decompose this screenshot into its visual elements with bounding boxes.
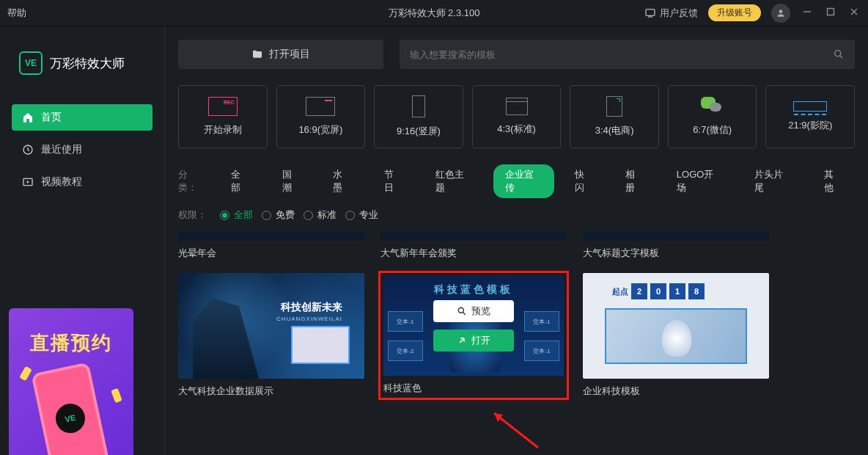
promo-badge: VE — [53, 401, 87, 435]
sidebar-item-label: 首页 — [41, 111, 62, 124]
category-chip[interactable]: 水墨 — [321, 164, 364, 198]
template-grid: 光晕年会 大气新年年会颁奖 大气标题文字模板 科技创新未来 CHUANGXINW… — [178, 232, 855, 398]
thumb-text: 科技创新未来 — [281, 301, 342, 314]
annotation-arrow — [487, 407, 545, 451]
logo-badge: VE — [19, 51, 43, 75]
thumb-subtext: CHUANGXINWEILAI — [276, 316, 342, 322]
template-card[interactable]: 大气标题文字模板 — [583, 232, 769, 260]
open-project-label: 打开项目 — [269, 48, 310, 61]
permission-radio[interactable]: 免费 — [262, 208, 295, 222]
thumb-digit: 起点 — [612, 283, 628, 299]
thumb-digit: 0 — [650, 283, 666, 299]
format-label: 3:4(电商) — [595, 124, 634, 137]
template-card[interactable]: 光晕年会 — [178, 232, 364, 260]
category-chip[interactable]: 国潮 — [271, 164, 313, 198]
template-card-selected[interactable]: 科技蓝色模板 交本-1 交本-1 交本-2 交本-1 预览 — [380, 273, 567, 398]
sidebar-item-tutorial[interactable]: 视频教程 — [12, 169, 152, 195]
home-icon — [22, 112, 34, 123]
format-list: 开始录制 16:9(宽屏) 9:16(竖屏) 4:3(标准) 3:4(电商) 6… — [178, 85, 855, 148]
category-chip[interactable]: 快闪 — [563, 164, 606, 198]
format-4-3[interactable]: 4:3(标准) — [472, 85, 562, 148]
permission-label: 权限： — [178, 208, 207, 222]
svg-point-1 — [779, 10, 783, 13]
main-content: 打开项目 开始录制 16:9(宽屏) 9:16(竖屏) 4:3(标准) 3:4(… — [164, 26, 868, 455]
svg-marker-13 — [494, 413, 503, 422]
format-record[interactable]: 开始录制 — [178, 85, 268, 148]
category-chip[interactable]: 节日 — [372, 164, 415, 198]
template-title: 光晕年会 — [178, 247, 364, 260]
open-label: 打开 — [471, 334, 490, 347]
svg-point-8 — [835, 51, 841, 57]
preview-label: 预览 — [471, 305, 490, 318]
promo-text: 直播预约 — [9, 330, 133, 356]
format-label: 9:16(竖屏) — [397, 125, 441, 138]
svg-rect-3 — [828, 9, 834, 15]
format-label: 4:3(标准) — [497, 123, 536, 136]
permission-radio[interactable]: 专业 — [345, 208, 378, 222]
thumb-digit: 8 — [688, 283, 705, 299]
template-title: 企业科技模板 — [583, 385, 769, 398]
app-logo: VE 万彩特效大师 — [19, 51, 152, 75]
template-title: 科技蓝色 — [383, 382, 564, 395]
user-icon — [776, 8, 786, 18]
template-title: 大气科技企业数据展示 — [178, 385, 364, 398]
feedback-label: 用户反馈 — [660, 7, 698, 20]
thumb-digit: 1 — [669, 283, 685, 299]
open-template-button[interactable]: 打开 — [433, 330, 514, 352]
upgrade-button[interactable]: 升级账号 — [708, 4, 761, 21]
sidebar: VE 万彩特效大师 首页 最近使用 视频教程 直播预约 VE — [0, 26, 164, 455]
template-card[interactable]: 起点 2 0 1 8 企业科技模板 — [583, 273, 769, 398]
svg-rect-0 — [646, 9, 655, 15]
svg-point-10 — [458, 307, 463, 313]
format-9-16[interactable]: 9:16(竖屏) — [374, 85, 463, 148]
minimize-button[interactable] — [801, 7, 814, 18]
format-label: 21:9(影院) — [788, 119, 832, 132]
help-menu[interactable]: 帮助 — [7, 7, 26, 20]
permission-radio[interactable]: 标准 — [304, 208, 336, 222]
chat-icon — [644, 7, 656, 19]
search-input[interactable] — [410, 49, 801, 60]
search-box[interactable] — [400, 40, 855, 69]
format-label: 开始录制 — [204, 123, 242, 136]
format-3-4[interactable]: 3:4(电商) — [570, 85, 659, 148]
format-label: 16:9(宽屏) — [298, 123, 342, 136]
maximize-button[interactable] — [824, 7, 837, 18]
folder-icon — [251, 48, 263, 60]
permission-filter: 权限： 全部 免费 标准 专业 — [178, 208, 855, 222]
close-button[interactable] — [847, 7, 861, 18]
category-chip[interactable]: 红色主题 — [424, 164, 485, 198]
category-label: 分类： — [178, 168, 206, 194]
format-16-9[interactable]: 16:9(宽屏) — [276, 85, 366, 148]
open-icon — [457, 335, 467, 346]
clock-icon — [22, 144, 34, 156]
category-chip[interactable]: 相册 — [614, 164, 656, 198]
format-6-7[interactable]: 6:7(微信) — [668, 85, 757, 148]
card-overlay: 预览 打开 — [383, 276, 564, 376]
sidebar-item-label: 最近使用 — [41, 143, 82, 156]
template-title: 大气标题文字模板 — [583, 247, 769, 260]
template-card[interactable]: 大气新年年会颁奖 — [380, 232, 567, 260]
sidebar-item-recent[interactable]: 最近使用 — [12, 136, 152, 163]
svg-line-11 — [463, 313, 466, 315]
category-chip[interactable]: LOGO开场 — [665, 164, 734, 198]
logo-name: 万彩特效大师 — [50, 55, 125, 72]
open-project-button[interactable]: 打开项目 — [178, 40, 383, 69]
sidebar-item-label: 视频教程 — [41, 175, 82, 189]
preview-button[interactable]: 预览 — [433, 300, 514, 322]
category-filter: 分类： 全部 国潮 水墨 节日 红色主题 企业宣传 快闪 相册 LOGO开场 片… — [178, 164, 855, 198]
video-icon — [22, 176, 34, 188]
permission-radio[interactable]: 全部 — [220, 208, 253, 222]
app-title: 万彩特效大师 2.3.100 — [389, 7, 480, 20]
user-avatar[interactable] — [771, 4, 790, 23]
category-chip[interactable]: 片头片尾 — [743, 164, 803, 198]
category-chip[interactable]: 全部 — [219, 164, 262, 198]
svg-line-12 — [494, 413, 538, 448]
feedback-link[interactable]: 用户反馈 — [644, 7, 698, 20]
format-21-9[interactable]: 21:9(影院) — [765, 85, 855, 148]
sidebar-item-home[interactable]: 首页 — [12, 104, 152, 131]
promo-banner[interactable]: 直播预约 VE — [9, 308, 133, 455]
category-chip[interactable]: 其他 — [812, 164, 855, 198]
svg-line-9 — [840, 56, 842, 58]
template-card[interactable]: 科技创新未来 CHUANGXINWEILAI 大气科技企业数据展示 — [178, 273, 364, 398]
category-chip[interactable]: 企业宣传 — [493, 164, 554, 198]
